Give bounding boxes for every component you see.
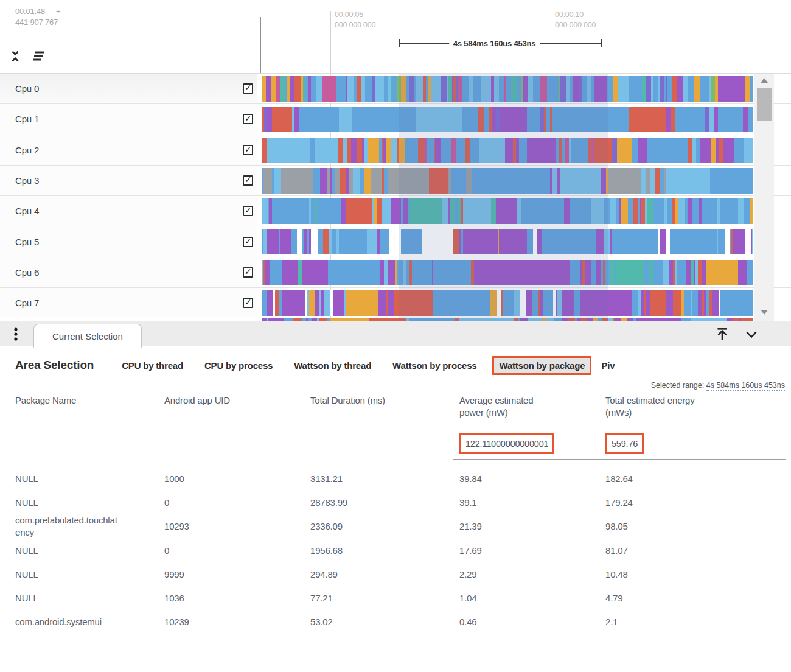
track-row[interactable]: Cpu 5 [0,226,791,257]
track-checkbox[interactable] [243,237,253,247]
track-canvas[interactable] [262,76,753,102]
track-label-cell[interactable]: Cpu 5 [0,226,257,256]
slice [617,138,633,163]
track-label-cell[interactable]: Cpu 1 [0,104,257,134]
track-canvas[interactable] [262,107,753,132]
track-list: Cpu 0Cpu 1Cpu 2Cpu 3Cpu 4Cpu 5Cpu 6Cpu 7 [0,74,791,321]
track-checkbox[interactable] [243,267,253,278]
cell-app-uid: 1000 [164,473,310,485]
cell-avg-power: 17.69 [453,545,593,557]
track-canvas[interactable] [262,290,753,316]
track-label-cell[interactable]: Cpu 3 [0,166,257,195]
slice [720,198,739,224]
track-row[interactable]: Cpu 0 [0,74,791,104]
cell-package-name: com.android.systemui [15,616,164,628]
slice [750,76,753,102]
slice [677,76,684,102]
cell-total-energy: 182.64 [593,473,786,485]
cell-app-uid: 10293 [164,520,310,533]
table-row: NULL10003131.2139.84182.64 [15,467,791,491]
track-checkbox[interactable] [243,145,253,155]
track-canvas[interactable] [262,229,753,254]
tab-current-selection[interactable]: Current Selection [33,324,142,348]
track-checkbox[interactable] [243,298,253,308]
track-label: Cpu 5 [15,237,39,247]
slice [594,138,612,163]
track-canvas[interactable] [262,168,753,194]
sort-tracks-icon[interactable] [30,49,45,63]
track-row[interactable]: Cpu 4 [0,196,791,226]
cell-avg-power: 39.1 [453,497,593,509]
tab-wattson-by-process[interactable]: Wattson by process [392,360,476,371]
slice [565,168,601,194]
scrollbar-up-icon[interactable] [761,78,768,83]
tab-current-selection-label: Current Selection [52,331,123,341]
track-row[interactable]: Cpu 3 [0,166,791,196]
track-scrollbar[interactable] [754,74,774,321]
slice [519,168,550,194]
tick-time: 00:00:05 [335,10,375,20]
track-canvas[interactable] [262,260,753,285]
table-row: NULL028783.9939.1179.24 [15,491,791,514]
track-label-cell[interactable]: Cpu 0 [0,74,257,103]
slice [346,198,372,224]
column-header[interactable]: Total estimated energy (mWs) [593,394,786,419]
track-checkbox[interactable] [243,114,253,124]
slice [311,229,318,254]
scrollbar-thumb[interactable] [757,88,772,121]
ruler-tick-label: 00:00:10000 000 000 [555,10,596,30]
track-row[interactable]: Cpu 7 [0,288,791,318]
track-label-cell[interactable]: Cpu 2 [0,135,257,165]
tab-wattson-by-thread[interactable]: Wattson by thread [294,360,371,371]
slice [591,198,604,224]
tick-nanos: 000 000 000 [335,20,375,30]
slice [399,138,406,163]
time-ruler[interactable]: 00:01:48+ 441 907 767 00:00:05000 000 00… [0,0,791,74]
track-label-cell[interactable]: Cpu 4 [0,196,257,226]
slice [629,107,667,132]
slice [670,229,717,254]
column-header[interactable]: Android app UID [164,394,310,407]
kebab-menu-icon[interactable] [9,326,23,343]
track-checkbox[interactable] [243,175,253,186]
tab-cpu-by-thread[interactable]: CPU by thread [122,360,183,371]
column-header[interactable]: Total Duration (ms) [310,394,453,407]
track-label-cell[interactable]: Cpu 6 [0,257,257,287]
slice [499,229,524,254]
expand-panel-up-icon[interactable] [714,326,730,342]
tab-piv[interactable]: Piv [601,360,615,371]
cell-package-name: com.prefabulated.touchlatency [15,514,164,539]
track-label: Cpu 0 [15,83,39,94]
track-canvas[interactable] [262,198,753,224]
track-label-cell[interactable]: Cpu 7 [0,288,257,318]
track-checkbox[interactable] [243,206,253,216]
collapse-panel-icon[interactable] [744,326,759,342]
track-canvas[interactable] [262,138,753,163]
slice [718,229,725,254]
slice [717,168,753,194]
slice [459,168,466,194]
tab-cpu-by-process[interactable]: CPU by process [204,360,273,371]
perfetto-trace-viewer: 00:01:48+ 441 907 767 00:00:05000 000 00… [0,0,791,672]
slice [474,260,481,285]
slice [527,107,540,132]
track-row[interactable]: Cpu 1 [0,104,791,135]
scrollbar-down-icon[interactable] [761,310,768,315]
track-row[interactable]: Cpu 2 [0,135,791,166]
collapse-tracks-icon[interactable] [9,49,22,63]
tab-wattson-by-package[interactable]: Wattson by package [492,356,591,375]
column-header[interactable]: Package Name [15,394,164,407]
slice [389,229,402,254]
column-header-label: Total estimated energy (mWs) [605,394,710,419]
slice [526,260,556,285]
cell-total-energy: 4.79 [593,592,786,604]
slice [282,260,299,285]
track-checkbox[interactable] [243,83,253,94]
slice [744,138,753,163]
slice [320,168,327,194]
slice [346,290,379,316]
selected-range-value[interactable]: 4s 584ms 160us 453ns [706,381,785,391]
column-header[interactable]: Average estimated power (mW) [453,394,593,419]
track-row[interactable]: Cpu 6 [0,257,791,288]
cell-app-uid: 1036 [164,592,310,604]
